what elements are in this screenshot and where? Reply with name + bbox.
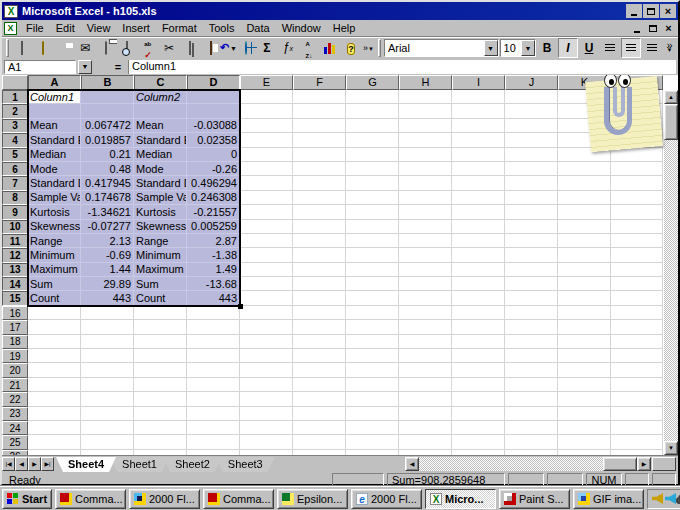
cell-C7[interactable]: Standard D (134, 176, 187, 190)
row-header-13[interactable]: 13 (2, 263, 28, 277)
cell-J19[interactable] (505, 349, 558, 363)
cell-G23[interactable] (346, 407, 399, 421)
cell-H19[interactable] (399, 349, 452, 363)
cell-H4[interactable] (399, 133, 452, 147)
cell-E6[interactable] (240, 162, 293, 176)
scroll-up-button[interactable]: ▲ (664, 90, 678, 104)
horizontal-scroll-thumb[interactable] (603, 457, 637, 471)
autosum-button[interactable]: Σ (257, 38, 277, 58)
cell-A16[interactable] (28, 306, 81, 320)
cell-E7[interactable] (240, 176, 293, 190)
print-preview-button[interactable] (117, 38, 137, 58)
font-size-combo[interactable]: 10 ▼ (500, 39, 536, 57)
row-header-18[interactable]: 18 (2, 335, 28, 349)
cell-partial[interactable] (611, 263, 663, 277)
first-sheet-button[interactable]: |◀ (2, 457, 15, 471)
cell-I23[interactable] (452, 407, 505, 421)
cell-D16[interactable] (187, 306, 240, 320)
cell-D7[interactable]: 0.496294 (187, 176, 240, 190)
cell-B23[interactable] (81, 407, 134, 421)
cell-D1[interactable] (187, 90, 240, 104)
cell-D10[interactable]: 0.005259 (187, 220, 240, 234)
cell-I13[interactable] (452, 263, 505, 277)
col-header-a[interactable]: A (28, 75, 81, 90)
cell-E10[interactable] (240, 220, 293, 234)
cell-I6[interactable] (452, 162, 505, 176)
cell-H1[interactable] (399, 90, 452, 104)
cell-B25[interactable] (81, 435, 134, 449)
cell-G16[interactable] (346, 306, 399, 320)
insert-hyperlink-button[interactable] (236, 38, 256, 58)
cell-I18[interactable] (452, 335, 505, 349)
cell-I20[interactable] (452, 363, 505, 377)
cell-A23[interactable] (28, 407, 81, 421)
cell-B21[interactable] (81, 378, 134, 392)
cell-B22[interactable] (81, 392, 134, 406)
cell-H14[interactable] (399, 277, 452, 291)
cell-F12[interactable] (293, 248, 346, 262)
row-header-22[interactable]: 22 (2, 392, 28, 406)
menu-tools[interactable]: Tools (203, 21, 241, 35)
cell-J20[interactable] (505, 363, 558, 377)
cell-partial[interactable] (611, 320, 663, 334)
cell-A18[interactable] (28, 335, 81, 349)
cell-F9[interactable] (293, 205, 346, 219)
cell-B17[interactable] (81, 320, 134, 334)
cell-partial[interactable] (611, 291, 663, 305)
row-header-20[interactable]: 20 (2, 363, 28, 377)
cell-J15[interactable] (505, 291, 558, 305)
horizontal-scrollbar[interactable]: ◀ ▶ (405, 457, 651, 471)
next-sheet-button[interactable]: ▶ (28, 457, 41, 471)
cell-H2[interactable] (399, 104, 452, 118)
cell-C20[interactable] (134, 363, 187, 377)
cell-K19[interactable] (558, 349, 611, 363)
cell-partial[interactable] (611, 220, 663, 234)
row-header-19[interactable]: 19 (2, 349, 28, 363)
row-header-16[interactable]: 16 (2, 306, 28, 320)
cell-F2[interactable] (293, 104, 346, 118)
cell-E4[interactable] (240, 133, 293, 147)
cell-A11[interactable]: Range (28, 234, 81, 248)
cell-H25[interactable] (399, 435, 452, 449)
open-button[interactable] (33, 38, 53, 58)
cell-A8[interactable]: Sample Va (28, 191, 81, 205)
cell-J13[interactable] (505, 263, 558, 277)
cell-partial[interactable] (611, 191, 663, 205)
cell-C5[interactable]: Median (134, 148, 187, 162)
cell-D5[interactable]: 0 (187, 148, 240, 162)
underline-button[interactable]: U (579, 38, 599, 58)
last-sheet-button[interactable]: ▶| (41, 457, 54, 471)
cell-H5[interactable] (399, 148, 452, 162)
vertical-scroll-thumb[interactable] (664, 104, 678, 140)
cell-I21[interactable] (452, 378, 505, 392)
cell-partial[interactable] (611, 392, 663, 406)
cell-J4[interactable] (505, 133, 558, 147)
cell-G10[interactable] (346, 220, 399, 234)
cell-A17[interactable] (28, 320, 81, 334)
row-header-17[interactable]: 17 (2, 320, 28, 334)
cut-button[interactable]: ✂ (159, 38, 179, 58)
cell-E1[interactable] (240, 90, 293, 104)
cell-F10[interactable] (293, 220, 346, 234)
chevron-down-icon[interactable]: ▼ (521, 40, 535, 56)
menu-format[interactable]: Format (156, 21, 203, 35)
cell-B2[interactable] (81, 104, 134, 118)
cell-B15[interactable]: 443 (81, 291, 134, 305)
cell-F21[interactable] (293, 378, 346, 392)
cell-J16[interactable] (505, 306, 558, 320)
col-header-d[interactable]: D (187, 75, 240, 90)
paste-button[interactable] (201, 38, 221, 58)
cell-G20[interactable] (346, 363, 399, 377)
taskbar-button-paints[interactable]: Paint S... (499, 489, 570, 509)
office-assistant-button[interactable]: ? (341, 38, 361, 58)
cell-I4[interactable] (452, 133, 505, 147)
cell-A20[interactable] (28, 363, 81, 377)
cell-E23[interactable] (240, 407, 293, 421)
cell-J12[interactable] (505, 248, 558, 262)
cell-D21[interactable] (187, 378, 240, 392)
select-all-corner[interactable] (2, 75, 28, 90)
cell-G11[interactable] (346, 234, 399, 248)
cell-C2[interactable] (134, 104, 187, 118)
cell-J9[interactable] (505, 205, 558, 219)
cell-C8[interactable]: Sample Va (134, 191, 187, 205)
